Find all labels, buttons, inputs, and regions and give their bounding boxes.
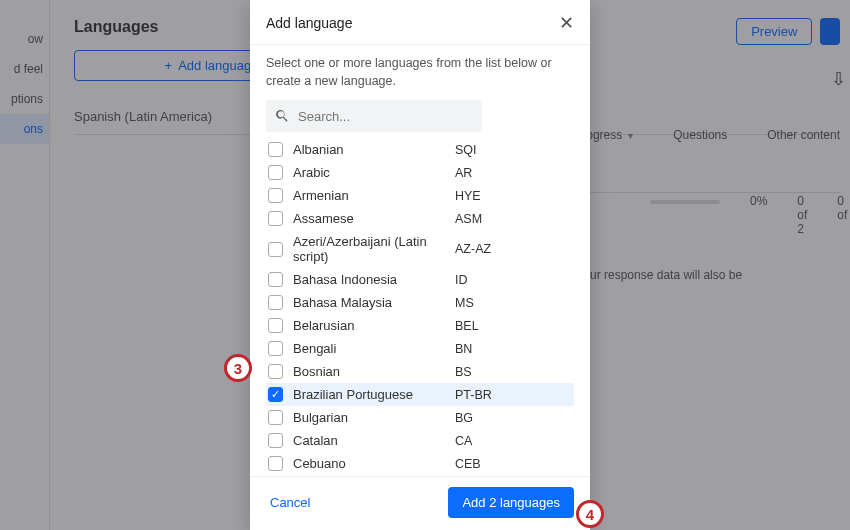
- search-field[interactable]: [266, 100, 482, 132]
- checkbox[interactable]: [268, 364, 283, 379]
- language-row-asm[interactable]: AssameseASM: [266, 207, 574, 230]
- checkbox[interactable]: [268, 433, 283, 448]
- language-code: MS: [455, 296, 474, 310]
- language-row-bn[interactable]: BengaliBN: [266, 337, 574, 360]
- language-row-sqi[interactable]: AlbanianSQI: [266, 138, 574, 161]
- modal-description: Select one or more languages from the li…: [266, 55, 574, 90]
- search-input[interactable]: [298, 109, 474, 124]
- language-code: BN: [455, 342, 472, 356]
- language-row-ca[interactable]: CatalanCA: [266, 429, 574, 452]
- language-name: Azeri/Azerbaijani (Latin script): [293, 234, 445, 264]
- language-name: Bahasa Malaysia: [293, 295, 445, 310]
- add-language-modal: Add language ✕ Select one or more langua…: [250, 0, 590, 530]
- language-name: Assamese: [293, 211, 445, 226]
- annotation-4: 4: [576, 500, 604, 528]
- language-name: Armenian: [293, 188, 445, 203]
- modal-title: Add language: [266, 15, 352, 31]
- language-name: Bengali: [293, 341, 445, 356]
- checkbox[interactable]: [268, 341, 283, 356]
- language-code: ID: [455, 273, 468, 287]
- language-code: BEL: [455, 319, 479, 333]
- checkbox[interactable]: [268, 410, 283, 425]
- language-code: CA: [455, 434, 472, 448]
- language-name: Arabic: [293, 165, 445, 180]
- checkbox[interactable]: [268, 387, 283, 402]
- language-name: Catalan: [293, 433, 445, 448]
- checkbox[interactable]: [268, 295, 283, 310]
- checkbox[interactable]: [268, 242, 283, 257]
- checkbox[interactable]: [268, 211, 283, 226]
- checkbox[interactable]: [268, 188, 283, 203]
- language-row-bg[interactable]: BulgarianBG: [266, 406, 574, 429]
- language-name: Albanian: [293, 142, 445, 157]
- language-code: HYE: [455, 189, 481, 203]
- add-languages-button[interactable]: Add 2 languages: [448, 487, 574, 518]
- annotation-3: 3: [224, 354, 252, 382]
- language-name: Brazilian Portuguese: [293, 387, 445, 402]
- language-code: SQI: [455, 143, 477, 157]
- language-name: Cebuano: [293, 456, 445, 471]
- language-code: ASM: [455, 212, 482, 226]
- close-icon[interactable]: ✕: [559, 12, 574, 34]
- language-row-az-az[interactable]: Azeri/Azerbaijani (Latin script)AZ-AZ: [266, 230, 574, 268]
- language-code: PT-BR: [455, 388, 492, 402]
- language-list[interactable]: AlbanianSQIArabicARArmenianHYEAssameseAS…: [266, 138, 574, 476]
- checkbox[interactable]: [268, 165, 283, 180]
- language-name: Bahasa Indonesia: [293, 272, 445, 287]
- checkbox[interactable]: [268, 272, 283, 287]
- language-row-pt-br[interactable]: Brazilian PortuguesePT-BR: [266, 383, 574, 406]
- language-name: Bulgarian: [293, 410, 445, 425]
- language-code: BG: [455, 411, 473, 425]
- search-icon: [274, 108, 290, 124]
- language-code: CEB: [455, 457, 481, 471]
- language-row-ms[interactable]: Bahasa MalaysiaMS: [266, 291, 574, 314]
- checkbox[interactable]: [268, 142, 283, 157]
- language-row-bel[interactable]: BelarusianBEL: [266, 314, 574, 337]
- language-row-hye[interactable]: ArmenianHYE: [266, 184, 574, 207]
- language-name: Belarusian: [293, 318, 445, 333]
- language-code: BS: [455, 365, 472, 379]
- checkbox[interactable]: [268, 318, 283, 333]
- language-row-id[interactable]: Bahasa IndonesiaID: [266, 268, 574, 291]
- language-row-ceb[interactable]: CebuanoCEB: [266, 452, 574, 475]
- language-row-ar[interactable]: ArabicAR: [266, 161, 574, 184]
- cancel-button[interactable]: Cancel: [266, 489, 314, 516]
- language-code: AR: [455, 166, 472, 180]
- language-code: AZ-AZ: [455, 242, 491, 256]
- checkbox[interactable]: [268, 456, 283, 471]
- language-row-bs[interactable]: BosnianBS: [266, 360, 574, 383]
- language-name: Bosnian: [293, 364, 445, 379]
